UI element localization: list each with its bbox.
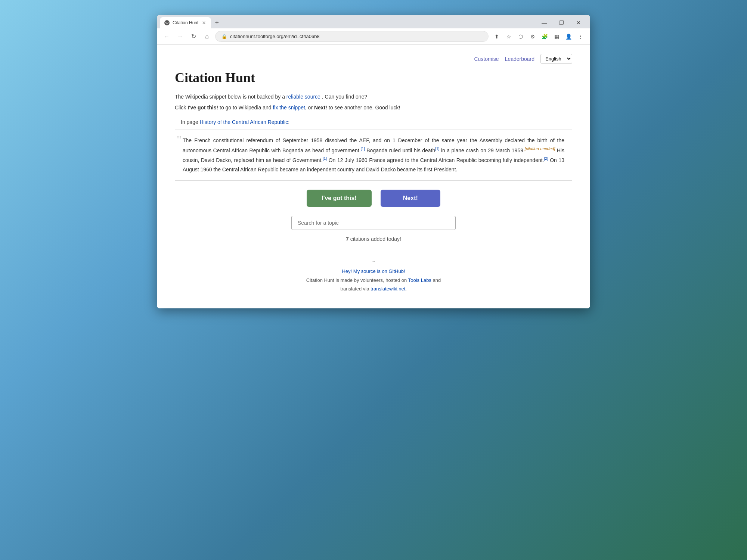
page-content: Customise Leaderboard English French Ger…	[157, 45, 590, 308]
tab-favicon: W	[164, 20, 170, 25]
citations-count: 7 citations added today!	[175, 236, 572, 242]
forward-button[interactable]: →	[175, 31, 185, 42]
customise-link[interactable]: Customise	[474, 56, 499, 62]
description-text-3-post: , or	[305, 105, 314, 111]
footer-text-1: Citation Hunt is made by volunteers, hos…	[306, 277, 407, 283]
translatewiki-link[interactable]: translatewiki.net	[371, 286, 405, 292]
got-this-button[interactable]: I've got this!	[307, 190, 372, 207]
ref-2a: [2]	[544, 156, 548, 161]
ref-1b: [1]	[435, 147, 439, 151]
description-line-1: The Wikipedia snippet below is not backe…	[175, 93, 572, 101]
tools-labs-link[interactable]: Tools Labs	[408, 277, 431, 283]
address-bar: ← → ↻ ⌂ 🔒 citationhunt.toolforge.org/en?…	[157, 28, 590, 45]
page-title: Citation Hunt	[175, 70, 572, 85]
reload-button[interactable]: ↻	[188, 31, 199, 42]
active-tab[interactable]: W Citation Hunt ✕	[160, 17, 211, 28]
github-link[interactable]: Hey! My source is on GitHub!	[342, 268, 405, 274]
in-page-label: In page	[181, 119, 198, 125]
description-text-3-mid: to go to Wikipedia and	[218, 105, 273, 111]
article-link[interactable]: History of the Central African Republic	[200, 119, 288, 125]
new-tab-button[interactable]: +	[213, 19, 221, 27]
footer-text-2: and	[433, 277, 441, 283]
citations-label-text: citations added today!	[350, 236, 401, 242]
minimize-button[interactable]: —	[536, 16, 553, 29]
citations-number: 7	[346, 236, 349, 242]
ref-1c: [1]	[323, 156, 327, 161]
share-icon[interactable]: ⬆	[492, 31, 502, 42]
puzzle-icon[interactable]: 🧩	[539, 31, 550, 42]
in-page-line: In page History of the Central African R…	[181, 119, 572, 125]
profile-icon[interactable]: 👤	[563, 31, 574, 42]
description-text-1: The Wikipedia snippet below is not backe…	[175, 94, 285, 100]
menu-icon[interactable]: ⋮	[575, 31, 586, 42]
article-colon: :	[288, 119, 289, 125]
fix-snippet-link[interactable]: fix the snippet	[273, 105, 305, 111]
next-inline: Next!	[314, 105, 327, 111]
footer: ~ Hey! My source is on GitHub! Citation …	[175, 257, 572, 293]
snippet-box: The French constitutional referendum of …	[175, 130, 572, 181]
browser-window: W Citation Hunt ✕ + — ❐ ✕ ← → ↻ ⌂ 🔒 cita…	[157, 15, 590, 308]
lock-icon: 🔒	[221, 34, 227, 39]
action-buttons: I've got this! Next!	[175, 190, 572, 207]
back-button[interactable]: ←	[161, 31, 172, 42]
top-links: Customise Leaderboard English French Ger…	[175, 54, 572, 64]
leaderboard-link[interactable]: Leaderboard	[505, 56, 534, 62]
description-text-3-end: to see another one. Good luck!	[327, 105, 400, 111]
home-button[interactable]: ⌂	[202, 31, 212, 42]
window-controls: — ❐ ✕	[536, 16, 587, 29]
citation-needed: [citation needed]	[525, 147, 555, 151]
url-text: citationhunt.toolforge.org/en?id=cf4a06b…	[230, 34, 320, 39]
toolbar-icons: ⬆ ☆ ⬡ ⚙ 🧩 ▦ 👤 ⋮	[492, 31, 586, 42]
footer-text-3: translated via	[340, 286, 369, 292]
footer-period: .	[405, 286, 407, 292]
description-text-3-pre: Click	[175, 105, 187, 111]
restore-button[interactable]: ❐	[553, 16, 570, 29]
ref-1a: [1]	[361, 147, 365, 151]
extensions-icon[interactable]: ⬡	[515, 31, 526, 42]
next-button[interactable]: Next!	[381, 190, 440, 207]
search-input[interactable]	[291, 216, 456, 230]
settings-icon[interactable]: ⚙	[527, 31, 538, 42]
tab-close-button[interactable]: ✕	[201, 19, 207, 26]
svg-text:W: W	[165, 21, 169, 25]
language-select[interactable]: English French German Spanish	[540, 54, 572, 64]
reliable-source-link[interactable]: reliable source	[286, 94, 320, 100]
bookmark-icon[interactable]: ☆	[503, 31, 514, 42]
tilde: ~	[175, 257, 572, 265]
description-line-2: Click I've got this! to go to Wikipedia …	[175, 104, 572, 112]
close-button[interactable]: ✕	[570, 16, 587, 29]
description-text-2: . Can you find one?	[322, 94, 367, 100]
ive-got-this-inline: I've got this!	[187, 105, 218, 111]
sidebar-icon[interactable]: ▦	[551, 31, 562, 42]
search-row	[175, 216, 572, 230]
tab-bar: W Citation Hunt ✕ + — ❐ ✕	[157, 15, 590, 28]
snippet-text: The French constitutional referendum of …	[183, 137, 564, 172]
tab-title: Citation Hunt	[173, 20, 198, 25]
address-input[interactable]: 🔒 citationhunt.toolforge.org/en?id=cf4a0…	[215, 31, 489, 42]
